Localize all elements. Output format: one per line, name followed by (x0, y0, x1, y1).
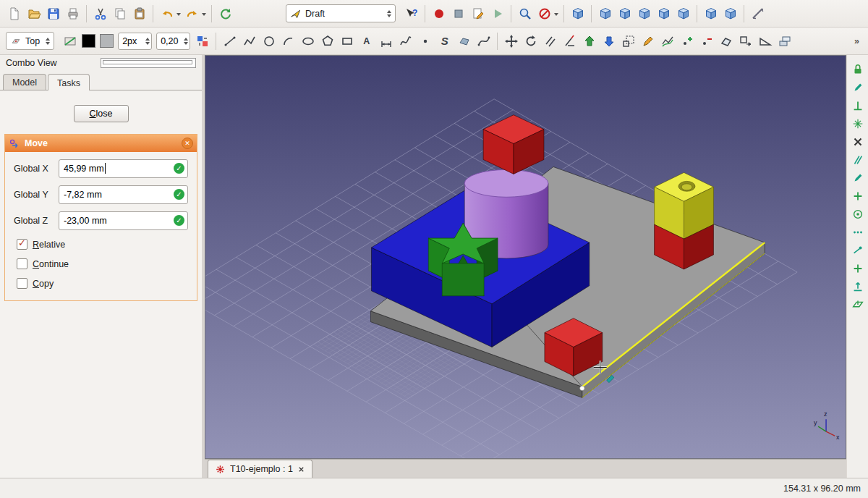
draft-circle-button[interactable] (259, 31, 278, 51)
draft-downgrade-button[interactable] (599, 31, 618, 51)
working-plane-button[interactable]: Top (6, 32, 54, 50)
snap-perpendicular-button[interactable] (849, 97, 867, 114)
draft-scale-button[interactable] (618, 31, 638, 51)
workbench-selector[interactable]: Draft (286, 4, 396, 22)
copy-button[interactable] (110, 4, 129, 23)
text-scale-arrows[interactable] (184, 35, 188, 47)
continue-checkbox[interactable] (17, 258, 27, 269)
draft-offset-button[interactable] (540, 31, 560, 51)
origin-point[interactable] (580, 386, 584, 390)
draft-ellipse-button[interactable] (298, 31, 318, 51)
macro-edit-button[interactable] (468, 4, 488, 23)
draft-addpoint-button[interactable] (677, 31, 697, 51)
undo-dropdown[interactable] (176, 13, 181, 18)
view-front-button[interactable] (595, 4, 615, 23)
macro-stop-button[interactable] (448, 4, 468, 23)
line-color-swatch[interactable] (82, 34, 95, 48)
draft-dimension-button[interactable] (376, 31, 396, 51)
toggle-grid-button[interactable] (849, 296, 867, 313)
snap-near-button[interactable] (849, 242, 867, 259)
draft-bezier-button[interactable] (474, 31, 493, 51)
float-panel-icon[interactable] (101, 58, 197, 68)
style-pattern-button[interactable] (60, 31, 80, 51)
view-rear-button[interactable] (654, 4, 673, 23)
redo-dropdown[interactable] (202, 13, 206, 18)
draft-edit-button[interactable] (638, 31, 658, 51)
draft-wire-button[interactable] (239, 31, 259, 51)
toolbar-overflow-button[interactable]: » (850, 36, 864, 46)
view-isometric-button[interactable] (720, 4, 740, 23)
line-width-arrows[interactable] (145, 35, 150, 47)
clipping-dropdown[interactable] (554, 13, 558, 18)
document-tab[interactable]: T10-ejemplo : 1 (208, 460, 312, 478)
snap-lock-button[interactable] (849, 61, 867, 78)
paste-button[interactable] (129, 4, 149, 23)
continue-option[interactable]: Continue (17, 258, 197, 269)
macro-record-button[interactable] (429, 4, 448, 23)
draft-delpoint-button[interactable] (697, 31, 716, 51)
copy-option[interactable]: Copy (17, 278, 197, 289)
snap-dimensions-button[interactable] (849, 260, 867, 277)
workbench-selector-arrows[interactable] (387, 8, 391, 20)
copy-checkbox[interactable] (17, 278, 27, 289)
apply-style-button[interactable] (192, 31, 212, 51)
draft-point-button[interactable] (415, 31, 435, 51)
draft-text-button[interactable]: A (357, 31, 376, 51)
global-z-input[interactable] (59, 211, 188, 230)
plane-arrows[interactable] (46, 35, 50, 47)
view-top-button[interactable] (615, 4, 634, 23)
draft-bspline-button[interactable] (396, 31, 415, 51)
relative-checkbox[interactable] (17, 239, 27, 250)
draft-trimex-button[interactable] (560, 31, 579, 51)
3d-viewport[interactable]: z y x (205, 55, 846, 459)
text-scale-input[interactable] (157, 36, 182, 46)
relative-option[interactable]: Relative (17, 239, 197, 250)
clipping-plane-button[interactable] (535, 4, 554, 23)
line-width-spinbox[interactable] (118, 33, 152, 50)
draft-shapestring-button[interactable]: S (435, 31, 454, 51)
view-right-button[interactable] (634, 4, 654, 23)
draft-rotate-button[interactable] (521, 31, 540, 51)
draft-upgrade-button[interactable] (579, 31, 599, 51)
snap-angle-button[interactable] (849, 187, 867, 205)
draft-line-button[interactable] (220, 31, 239, 51)
snap-grid-button[interactable] (849, 115, 867, 132)
tab-tasks[interactable]: Tasks (48, 74, 90, 90)
new-document-button[interactable] (4, 4, 24, 23)
face-color-swatch[interactable] (100, 34, 114, 48)
view-bottom-button[interactable] (673, 4, 693, 23)
global-y-input[interactable] (59, 185, 188, 204)
draft-rectangle-button[interactable] (337, 31, 357, 51)
zoom-fit-button[interactable] (515, 4, 535, 23)
task-close-icon[interactable]: ✕ (182, 138, 193, 149)
draft-arc-button[interactable] (278, 31, 298, 51)
redo-button[interactable] (182, 4, 202, 23)
undo-button[interactable] (157, 4, 176, 23)
snap-extension-button[interactable] (849, 169, 867, 187)
snap-center-button[interactable] (849, 206, 867, 223)
snap-parallel-button[interactable] (849, 151, 867, 169)
global-x-input[interactable] (59, 159, 188, 178)
draft-polygon-button[interactable] (318, 31, 337, 51)
macro-execute-button[interactable] (488, 4, 507, 23)
view-left-button[interactable] (701, 4, 720, 23)
line-width-input[interactable] (119, 36, 143, 46)
snap-working-plane-button[interactable] (849, 278, 867, 295)
refresh-button[interactable] (216, 4, 235, 23)
close-tab-icon[interactable] (297, 465, 305, 473)
draft-facebinder-button[interactable] (454, 31, 474, 51)
draft-draft2sketch-button[interactable] (736, 31, 755, 51)
tab-model[interactable]: Model (3, 74, 46, 90)
text-scale-spinbox[interactable] (156, 33, 190, 50)
whats-this-button[interactable] (401, 4, 421, 23)
close-task-button[interactable]: Close (74, 105, 129, 122)
move-task-header[interactable]: Move ✕ (5, 135, 197, 152)
snap-intersection-button[interactable] (849, 133, 867, 151)
draft-slope-button[interactable] (755, 31, 775, 51)
save-button[interactable] (43, 4, 63, 23)
print-button[interactable] (63, 4, 82, 23)
snap-more-button[interactable] (849, 224, 867, 241)
view-axonometric-button[interactable] (568, 4, 587, 23)
cut-button[interactable] (90, 4, 110, 23)
measure-distance-button[interactable] (748, 4, 767, 23)
